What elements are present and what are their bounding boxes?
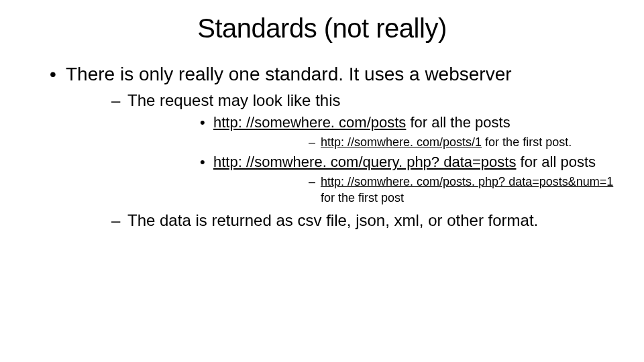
bullet-level2-item: The data is returned as csv file, json, … [66,210,617,231]
url-link[interactable]: http: //somwhere. com/posts/1 [321,135,482,149]
slide-title: Standards (not really) [27,13,617,44]
bullet-level4-item: http: //somwhere. com/posts/1 for the fi… [213,134,617,150]
slide: Standards (not really) There is only rea… [0,0,644,362]
bullet-level1-item: There is only really one standard. It us… [27,62,617,231]
bullet-text-after: for the first post [321,191,404,204]
bullet-level3-item: http: //somwhere. com/query. php? data=p… [127,153,617,206]
bullet-list-level1: There is only really one standard. It us… [27,62,617,231]
bullet-level2-item: The request may look like this http: //s… [66,90,617,206]
bullet-list-level3: http: //somewhere. com/posts for all the… [127,113,617,206]
bullet-text: There is only really one standard. It us… [66,64,512,84]
bullet-level4-item: http: //somwhere. com/posts. php? data=p… [213,174,617,206]
url-link[interactable]: http: //somewhere. com/posts [213,114,406,131]
bullet-text: The data is returned as csv file, json, … [127,211,538,229]
bullet-text-after: for all posts [516,154,596,170]
bullet-text-after: for the first post. [482,135,572,149]
url-link[interactable]: http: //somwhere. com/posts. php? data=p… [321,175,613,188]
bullet-list-level4: http: //somwhere. com/posts. php? data=p… [213,174,617,206]
bullet-list-level2: The request may look like this http: //s… [66,90,617,231]
url-link[interactable]: http: //somwhere. com/query. php? data=p… [213,154,516,170]
bullet-text: The request may look like this [127,91,340,109]
bullet-level3-item: http: //somewhere. com/posts for all the… [127,113,617,150]
bullet-text-after: for all the posts [406,114,510,131]
bullet-list-level4: http: //somwhere. com/posts/1 for the fi… [213,134,617,150]
